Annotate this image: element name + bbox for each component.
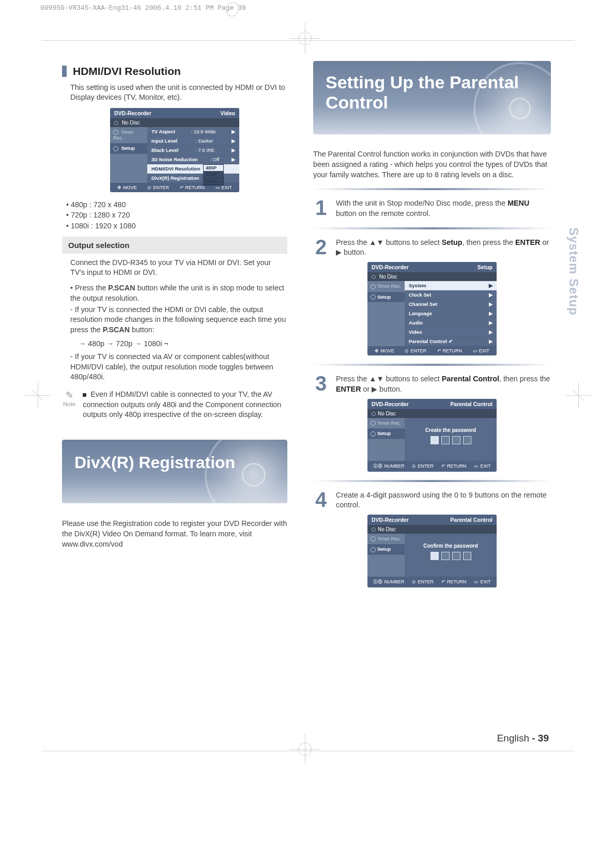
osd-footer: ⓪⑨ NUMBER ⊙ ENTER ↶ RETURN ▭ EXIT xyxy=(367,461,497,472)
osd-setup-panel: DVD-Recorder Setup No Disc Timer Rec. Se… xyxy=(367,262,497,355)
crop-mark-bottom xyxy=(289,734,320,765)
pencil-icon: ✎ xyxy=(63,390,75,401)
osd-side-timer: Timer Rec. xyxy=(110,127,147,143)
osd-title: DVD-Recorder xyxy=(114,110,151,116)
step-number: 4 xyxy=(313,490,329,509)
osd-side-setup: Setup xyxy=(367,292,405,302)
divx-description: Please use the Registration code to regi… xyxy=(62,519,287,549)
gradient-divider xyxy=(313,480,551,482)
osd-status: No Disc xyxy=(367,409,497,418)
chevron-right-icon: ▶ xyxy=(489,292,492,298)
osd-row-highlighted: System▶ xyxy=(405,281,497,290)
step-2: 2 Press the ▲▼ buttons to select Setup, … xyxy=(313,238,551,258)
password-boxes xyxy=(405,552,497,560)
osd-foot-return: ↶ RETURN xyxy=(180,185,205,190)
osd-status: No Disc xyxy=(367,525,497,534)
clock-icon xyxy=(371,284,376,289)
osd-foot-exit: ▭ EXIT xyxy=(215,185,232,190)
step-2-text: Press the ▲▼ buttons to select Setup, th… xyxy=(336,238,551,258)
osd-title-right: Video xyxy=(221,110,235,116)
step-3-text: Press the ▲▼ buttons to select Parental … xyxy=(336,374,551,394)
gradient-divider xyxy=(313,227,551,229)
page-footer: English - 39 xyxy=(497,733,549,744)
osd-row-highlighted: HDMI/DVI Resolution 480P 720P 1080i xyxy=(147,164,239,174)
osd-row: Black Level: 7.5 IRE▶ xyxy=(147,146,239,155)
osd-status: No Disc xyxy=(367,272,497,281)
osd-create-pw-panel: DVD-Recorder Parental Control No Disc Ti… xyxy=(367,399,497,472)
parental-feature-box: Setting Up the Parental Control xyxy=(313,61,551,134)
print-header: 00995G-VR345-XAA-Eng31-46 2006.4.10 2:51… xyxy=(40,4,246,12)
osd-row: Video▶ xyxy=(405,328,497,337)
resolution-cycle: → 480p → 720p → 1080i ¬ xyxy=(79,339,287,348)
output-b1: • Press the P.SCAN button while the unit… xyxy=(70,283,287,303)
osd-center-prompt: Confirm the password xyxy=(405,534,497,577)
osd-title-bar: DVD-Recorder Video xyxy=(110,108,239,118)
chevron-right-icon: ▶ xyxy=(489,329,492,335)
osd-row: Parental Control ✔▶ xyxy=(405,337,497,346)
divx-feature-box: DivX(R) Registration xyxy=(62,440,287,503)
output-b2: - If your TV is connected the HDMI or DV… xyxy=(70,305,287,335)
osd-side-setup: Setup xyxy=(367,544,405,554)
clock-icon xyxy=(371,421,376,426)
pw-digit xyxy=(463,436,471,444)
step-1: 1 With the unit in Stop mode/No Disc mod… xyxy=(313,198,551,219)
gear-icon xyxy=(371,547,376,552)
chevron-right-icon: ▶ xyxy=(489,301,492,307)
chevron-right-icon: ▶ xyxy=(489,311,492,316)
note-block: ✎ Note Even if HDMI/DVI cable is connect… xyxy=(63,390,287,420)
disc-icon xyxy=(372,275,376,279)
osd-side-setup: Setup xyxy=(367,428,405,439)
section-heading: HDMI/DVI Resolution xyxy=(62,65,287,78)
crop-mark-right xyxy=(565,382,591,408)
output-b3: - If your TV is connected via AV or comp… xyxy=(70,352,287,382)
section-marker xyxy=(62,66,67,77)
osd-row: TV Aspect: 16:9 Wide▶ xyxy=(147,127,239,136)
osd-foot-enter: ⊙ ENTER xyxy=(147,185,169,190)
osd-row: Language▶ xyxy=(405,309,497,318)
spiral-icon xyxy=(224,1,241,19)
osd-center-prompt: Create the password xyxy=(405,418,497,461)
pw-digit xyxy=(463,552,471,560)
osd-side-timer: Timer Rec. xyxy=(367,418,405,428)
parental-description: The Parental Control function works in c… xyxy=(313,149,551,180)
step-number: 2 xyxy=(313,238,329,256)
osd-footer: ✥ MOVE ⊙ ENTER ↶ RETURN ▭ EXIT xyxy=(367,346,497,355)
step-4-text: Create a 4-digit password using the 0 to… xyxy=(336,490,551,510)
gradient-divider xyxy=(313,364,551,366)
disc-graphic xyxy=(205,440,287,503)
osd-row: 3D Noise Reduction: Off▶ xyxy=(147,155,239,164)
output-selection-heading: Output selection xyxy=(62,237,287,254)
osd-video-panel: DVD-Recorder Video No Disc Timer Rec. xyxy=(110,108,239,192)
osd-row: Clock Set▶ xyxy=(405,290,497,300)
osd-title-bar: DVD-Recorder Parental Control xyxy=(367,515,497,525)
chevron-right-icon: ▶ xyxy=(232,157,235,162)
step-number: 1 xyxy=(313,198,329,217)
osd-row: Audio▶ xyxy=(405,318,497,328)
step-4: 4 Create a 4-digit password using the 0 … xyxy=(313,490,551,510)
osd-confirm-pw-panel: DVD-Recorder Parental Control No Disc Ti… xyxy=(367,515,497,587)
osd-title-bar: DVD-Recorder Parental Control xyxy=(367,399,497,409)
password-boxes xyxy=(405,436,497,444)
hdmi-title: HDMI/DVI Resolution xyxy=(73,65,181,78)
gear-icon xyxy=(371,295,376,300)
step-1-text: With the unit in Stop mode/No Disc mode,… xyxy=(336,198,551,219)
disc-icon xyxy=(372,412,376,416)
pw-digit xyxy=(430,436,439,444)
osd-row: DivX(R) Registration xyxy=(147,174,239,183)
osd-status-text: No Disc xyxy=(122,120,140,126)
output-p1: Connect the DVD-R345 to your TV via HDMI… xyxy=(70,258,287,278)
pw-digit xyxy=(452,436,460,444)
chevron-right-icon: ▶ xyxy=(489,338,492,344)
crop-mark-left xyxy=(25,382,51,408)
footer-sep: - xyxy=(529,733,538,743)
disc-icon xyxy=(372,528,376,532)
clock-icon xyxy=(371,536,376,541)
footer-lang: English xyxy=(497,733,529,743)
pw-digit xyxy=(441,436,450,444)
chevron-right-icon: ▶ xyxy=(232,147,235,153)
note-label: ✎ Note xyxy=(63,390,75,420)
osd-side-timer: Timer Rec. xyxy=(367,534,405,544)
osd-foot-move: ✥ MOVE xyxy=(117,185,137,190)
step-3: 3 Press the ▲▼ buttons to select Parenta… xyxy=(313,374,551,394)
note-text: Even if HDMI/DVI cable is connected to y… xyxy=(83,390,287,420)
